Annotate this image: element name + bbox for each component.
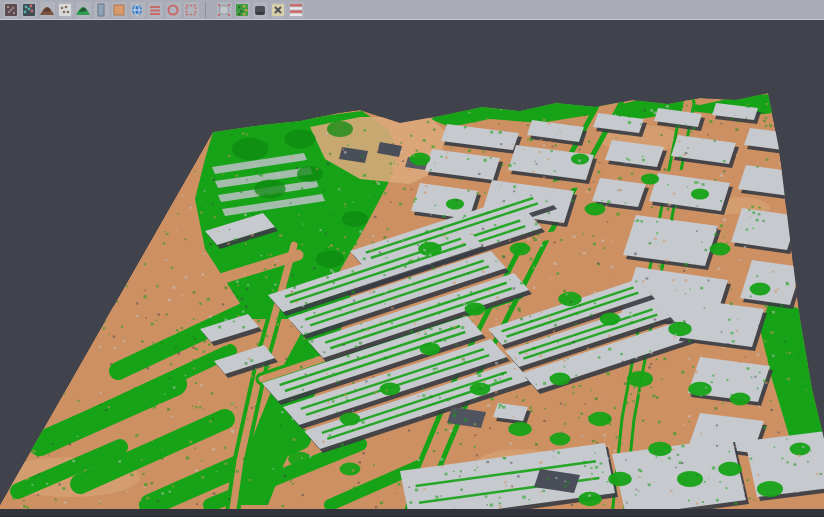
tree-patch — [316, 250, 345, 268]
tree-patch — [585, 203, 606, 216]
scene-texture-icon-glyph — [4, 3, 18, 17]
tree-patch — [232, 138, 268, 160]
selection-box-icon[interactable] — [184, 2, 199, 18]
tree-patch — [446, 198, 464, 209]
remove-class-icon-glyph — [271, 3, 285, 17]
selection-box-icon-glyph — [184, 3, 198, 17]
point-cloud-icon[interactable] — [22, 2, 37, 18]
tree-patch — [571, 153, 589, 164]
terrain-mound-icon[interactable] — [40, 2, 55, 18]
tree-patch — [558, 292, 581, 306]
tree-patch — [600, 313, 621, 326]
low-points-icon[interactable] — [58, 2, 73, 18]
tree-patch — [508, 422, 531, 436]
tree-patch — [410, 153, 431, 166]
globe-icon[interactable] — [130, 2, 145, 18]
tree-patch — [608, 472, 631, 486]
point-cloud-icon-glyph — [22, 3, 36, 17]
target-circle-icon[interactable] — [166, 2, 181, 18]
tree-patch — [340, 463, 361, 476]
low-points-icon-glyph — [58, 3, 72, 17]
profile-lines-icon-glyph — [148, 3, 162, 17]
tree-patch — [710, 243, 731, 256]
tree-patch — [648, 442, 671, 456]
terrain-mound-icon-glyph — [40, 3, 54, 17]
tree-patch — [248, 482, 271, 496]
toolbar-separator — [205, 2, 212, 18]
tree-patch — [284, 129, 315, 148]
profile-lines-icon[interactable] — [148, 2, 163, 18]
vegetation-mound-icon[interactable] — [76, 2, 91, 18]
classified-cloud-icon-glyph — [235, 3, 249, 17]
tree-patch — [718, 462, 741, 476]
striped-flag-icon[interactable] — [289, 2, 304, 18]
tree-patch — [757, 481, 783, 497]
vegetation-mound-icon-glyph — [76, 3, 90, 17]
globe-icon-glyph — [130, 3, 144, 17]
viewport-bottom-edge — [0, 509, 824, 516]
ground-square-icon-glyph — [112, 3, 126, 17]
toolbar — [0, 0, 824, 20]
tree-patch — [380, 383, 401, 396]
tree-patch — [288, 452, 311, 466]
tree-patch — [691, 188, 709, 199]
tree-patch — [677, 471, 703, 487]
viewport-canvas[interactable] — [0, 20, 824, 516]
ground-square-icon[interactable] — [112, 2, 127, 18]
scene-texture-icon[interactable] — [4, 2, 19, 18]
clip-region-icon[interactable] — [217, 2, 232, 18]
tree-patch — [340, 413, 361, 426]
tree-patch — [668, 322, 691, 336]
tree-patch — [770, 353, 791, 366]
tree-patch — [730, 393, 751, 406]
application-window — [0, 0, 824, 517]
tree-patch — [327, 121, 353, 137]
dark-mesh-icon-glyph — [253, 3, 267, 17]
striped-flag-icon-glyph — [289, 3, 303, 17]
dark-mesh-icon[interactable] — [253, 2, 268, 18]
tree-patch — [627, 371, 653, 387]
building-block-icon[interactable] — [94, 2, 109, 18]
building-block-icon-glyph — [94, 3, 108, 17]
3d-viewport[interactable] — [0, 20, 824, 516]
tree-patch — [550, 373, 571, 386]
tree-patch — [550, 433, 571, 446]
classified-cloud-icon[interactable] — [235, 2, 250, 18]
remove-class-icon[interactable] — [271, 2, 286, 18]
tree-patch — [254, 179, 285, 198]
tree-patch — [578, 492, 601, 506]
tree-patch — [297, 166, 323, 182]
target-circle-icon-glyph — [166, 3, 180, 17]
tree-patch — [510, 243, 531, 256]
tree-patch — [750, 283, 771, 296]
building-roof — [745, 431, 824, 497]
clip-region-icon-glyph — [217, 3, 231, 17]
